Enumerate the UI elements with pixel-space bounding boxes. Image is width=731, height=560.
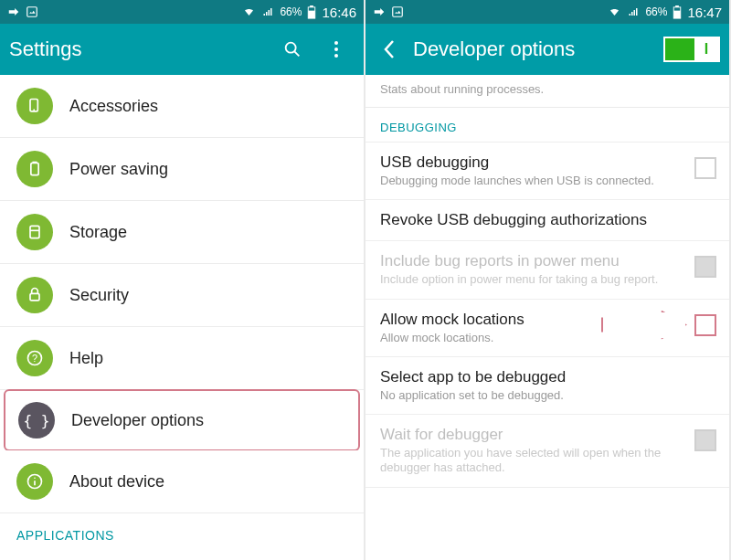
status-time: 16:47 <box>687 5 722 20</box>
settings-item-security[interactable]: Security <box>0 264 364 327</box>
bug-reports-row[interactable]: Include bug reports in power menu Includ… <box>366 241 729 299</box>
svg-text:?: ? <box>32 353 37 364</box>
developer-options-list: Stats about running processes. DEBUGGING… <box>366 75 729 560</box>
image-icon <box>391 5 404 18</box>
svg-point-7 <box>334 48 338 51</box>
svg-point-8 <box>334 54 338 58</box>
section-header-applications: APPLICATIONS <box>0 513 364 548</box>
settings-item-accessories[interactable]: Accessories <box>0 75 364 138</box>
svg-point-4 <box>286 43 296 53</box>
row-subtitle: Allow mock locations. <box>380 331 687 345</box>
toggle-knob: I <box>694 38 718 60</box>
chevron-left-icon <box>383 39 396 59</box>
battery-icon <box>673 5 682 19</box>
status-bar: 66% 16:47 <box>366 0 729 24</box>
wifi-icon <box>242 6 256 17</box>
svg-rect-24 <box>676 5 680 7</box>
svg-line-5 <box>294 51 299 56</box>
svg-rect-3 <box>311 5 314 7</box>
power-saving-icon <box>16 151 53 187</box>
page-title: Developer options <box>411 37 656 61</box>
svg-rect-21 <box>393 7 403 17</box>
row-title: Revoke USB debugging authorizations <box>380 211 716 229</box>
allow-mock-locations-checkbox[interactable] <box>694 314 716 336</box>
settings-list: Accessories Power saving Storage Securit… <box>0 75 364 560</box>
svg-rect-11 <box>31 163 38 174</box>
svg-rect-23 <box>674 10 682 17</box>
app-bar: Settings <box>0 24 364 75</box>
row-subtitle: No application set to be debugged. <box>380 388 716 403</box>
settings-item-label: Developer options <box>71 411 204 430</box>
overflow-button[interactable] <box>318 31 355 68</box>
settings-item-label: Help <box>69 349 103 368</box>
section-header-debugging: DEBUGGING <box>366 108 729 143</box>
status-bar: 66% 16:46 <box>0 0 364 24</box>
more-vert-icon <box>334 40 339 58</box>
row-subtitle: The application you have selected will o… <box>380 446 687 476</box>
usb-debugging-row[interactable]: USB debugging Debugging mode launches wh… <box>366 143 729 200</box>
signal-icon <box>627 6 640 17</box>
settings-item-label: About device <box>69 472 164 491</box>
settings-item-storage[interactable]: Storage <box>0 201 364 264</box>
developer-options-toggle[interactable]: I <box>663 37 720 62</box>
svg-rect-12 <box>33 162 37 164</box>
storage-icon <box>16 214 53 250</box>
svg-rect-2 <box>309 10 316 17</box>
select-app-debug-row[interactable]: Select app to be debugged No application… <box>366 357 729 415</box>
row-subtitle: Stats about running processes. <box>380 82 715 96</box>
lock-icon <box>16 277 53 313</box>
row-title: Select app to be debugged <box>380 368 716 386</box>
battery-icon <box>307 5 316 19</box>
svg-rect-0 <box>27 7 37 17</box>
svg-point-20 <box>34 477 36 479</box>
share-icon <box>7 5 20 18</box>
wait-for-debugger-checkbox <box>694 429 716 451</box>
process-stats-row[interactable]: Stats about running processes. <box>366 75 729 108</box>
row-title: Include bug reports in power menu <box>380 252 687 270</box>
wifi-icon <box>608 6 621 17</box>
svg-point-10 <box>33 109 35 111</box>
search-button[interactable] <box>274 31 311 68</box>
svg-rect-15 <box>30 293 39 301</box>
battery-percent: 66% <box>280 5 302 18</box>
status-time: 16:46 <box>322 5 356 20</box>
revoke-usb-row[interactable]: Revoke USB debugging authorizations <box>366 200 729 241</box>
settings-item-help[interactable]: ? Help <box>0 327 364 390</box>
accessories-icon <box>16 88 53 124</box>
page-title: Settings <box>9 37 267 61</box>
svg-point-6 <box>334 41 338 45</box>
help-icon: ? <box>16 340 53 376</box>
allow-mock-locations-row[interactable]: Allow mock locations Allow mock location… <box>366 300 729 357</box>
settings-item-developer-options[interactable]: { } Developer options <box>4 389 360 451</box>
svg-rect-13 <box>30 226 39 238</box>
share-icon <box>373 5 386 18</box>
settings-screen: 66% 16:46 Settings Accessories Power sav… <box>0 0 366 560</box>
battery-percent: 66% <box>645 5 667 18</box>
settings-item-label: Storage <box>69 223 127 242</box>
bug-reports-checkbox <box>694 256 716 278</box>
row-title: Allow mock locations <box>380 311 687 329</box>
row-subtitle: Debugging mode launches when USB is conn… <box>380 174 687 188</box>
developer-options-screen: 66% 16:47 Developer options I Stats abou… <box>366 0 731 560</box>
settings-item-power-saving[interactable]: Power saving <box>0 138 364 201</box>
image-icon <box>26 5 38 18</box>
usb-debugging-checkbox[interactable] <box>694 157 716 179</box>
wait-for-debugger-row[interactable]: Wait for debugger The application you ha… <box>366 415 729 488</box>
signal-icon <box>261 6 274 17</box>
info-icon <box>16 463 53 500</box>
row-subtitle: Include option in power menu for taking … <box>380 272 687 287</box>
row-title: USB debugging <box>380 153 687 172</box>
search-icon <box>282 39 302 59</box>
settings-item-label: Power saving <box>69 160 168 179</box>
settings-item-label: Accessories <box>69 97 158 116</box>
app-bar: Developer options I <box>366 24 729 75</box>
back-button[interactable] <box>375 39 404 59</box>
settings-item-about-device[interactable]: About device <box>0 450 364 513</box>
row-title: Wait for debugger <box>380 426 687 444</box>
developer-icon: { } <box>18 402 55 438</box>
settings-item-label: Security <box>69 286 129 305</box>
